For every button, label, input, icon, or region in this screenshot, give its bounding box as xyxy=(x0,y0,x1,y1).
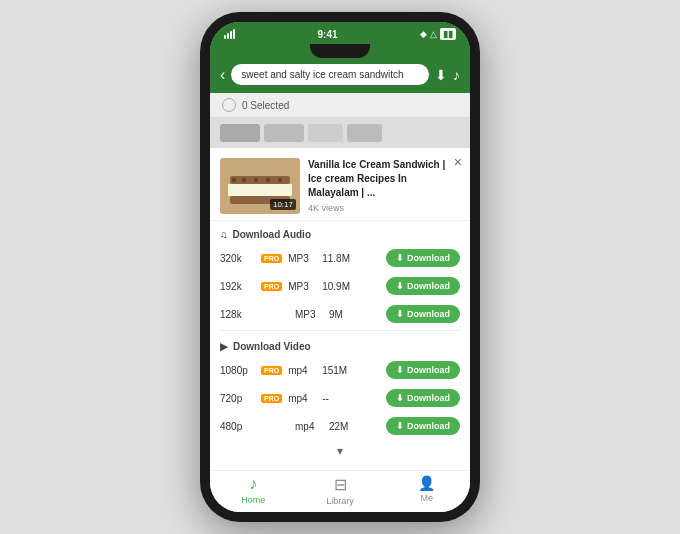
thumb-image: 10:17 xyxy=(220,158,300,214)
nav-me[interactable]: 👤 Me xyxy=(383,475,470,506)
video-row-1: 1080p PRO mp4 151M ⬇ Download xyxy=(210,356,470,384)
download-card: × xyxy=(210,148,470,470)
audio-size-1: 11.8M xyxy=(322,253,352,264)
nav-home[interactable]: ♪ Home xyxy=(210,475,297,506)
more-indicator: ▾ xyxy=(210,440,470,462)
video-pro-badge-2: PRO xyxy=(261,394,282,403)
notch xyxy=(310,44,370,58)
audio-row-3: 128k MP3 9M ⬇ Download xyxy=(210,300,470,328)
audio-download-btn-1[interactable]: ⬇ Download xyxy=(386,249,460,267)
audio-size-3: 9M xyxy=(329,309,359,320)
select-checkbox[interactable] xyxy=(222,98,236,112)
wifi-icon: △ xyxy=(430,29,437,39)
video-size-1: 151M xyxy=(322,365,352,376)
phone-screen: 9:41 ◆ △ ▮▮ ‹ sweet and salty ice cream … xyxy=(210,22,470,512)
nav-home-label: Home xyxy=(241,495,265,505)
video-views: 4K views xyxy=(308,203,460,213)
download-icon[interactable]: ⬇ xyxy=(435,67,447,83)
download-arrow-icon-2: ⬇ xyxy=(396,281,404,291)
thumb-item-2 xyxy=(264,124,304,142)
video-quality-1: 1080p xyxy=(220,365,255,376)
download-arrow-icon-v1: ⬇ xyxy=(396,365,404,375)
close-button[interactable]: × xyxy=(454,154,462,170)
svg-rect-4 xyxy=(232,178,236,182)
audio-download-btn-2[interactable]: ⬇ Download xyxy=(386,277,460,295)
thumbnail-strip xyxy=(210,118,470,148)
selected-count: 0 Selected xyxy=(242,100,289,111)
status-icons: ◆ △ ▮▮ xyxy=(420,28,456,40)
video-format-3: mp4 xyxy=(295,421,323,432)
status-bar: 9:41 ◆ △ ▮▮ xyxy=(210,22,470,44)
battery-icon: ▮▮ xyxy=(440,28,456,40)
status-time: 9:41 xyxy=(317,29,337,40)
pro-badge-2: PRO xyxy=(261,282,282,291)
video-duration: 10:17 xyxy=(270,199,296,210)
video-section-header: ▶ Download Video xyxy=(210,333,470,356)
audio-size-2: 10.9M xyxy=(322,281,352,292)
signal-icon xyxy=(224,29,235,39)
video-download-btn-2[interactable]: ⬇ Download xyxy=(386,389,460,407)
bottom-nav: ♪ Home ⊟ Library 👤 Me xyxy=(210,470,470,512)
audio-format-3: MP3 xyxy=(295,309,323,320)
audio-row-1: 320k PRO MP3 11.8M ⬇ Download xyxy=(210,244,470,272)
video-section-label: Download Video xyxy=(233,341,311,352)
video-title: Vanilla Ice Cream Sandwich | Ice cream R… xyxy=(308,158,460,200)
video-size-2: -- xyxy=(322,393,352,404)
selected-bar: 0 Selected xyxy=(210,93,470,118)
thumb-item-1 xyxy=(220,124,260,142)
video-quality-2: 720p xyxy=(220,393,255,404)
video-format-1: mp4 xyxy=(288,365,316,376)
top-bar: 9:41 ◆ △ ▮▮ ‹ sweet and salty ice cream … xyxy=(210,22,470,93)
phone-frame: 9:41 ◆ △ ▮▮ ‹ sweet and salty ice cream … xyxy=(200,12,480,522)
home-icon: ♪ xyxy=(249,475,257,493)
section-divider xyxy=(220,330,460,331)
video-section-icon: ▶ xyxy=(220,341,228,352)
thumb-item-4 xyxy=(347,124,382,142)
video-pro-badge-1: PRO xyxy=(261,366,282,375)
audio-download-btn-3[interactable]: ⬇ Download xyxy=(386,305,460,323)
svg-rect-6 xyxy=(254,178,258,182)
nav-library[interactable]: ⊟ Library xyxy=(297,475,384,506)
video-download-btn-1[interactable]: ⬇ Download xyxy=(386,361,460,379)
library-icon: ⊟ xyxy=(334,475,347,494)
audio-format-2: MP3 xyxy=(288,281,316,292)
music-note-icon[interactable]: ♪ xyxy=(453,67,460,83)
audio-format-1: MP3 xyxy=(288,253,316,264)
video-row-2: 720p PRO mp4 -- ⬇ Download xyxy=(210,384,470,412)
svg-rect-2 xyxy=(228,184,292,196)
search-bar: ‹ sweet and salty ice cream sandwitch ⬇ … xyxy=(210,58,470,93)
download-arrow-icon-3: ⬇ xyxy=(396,309,404,319)
pro-badge-1: PRO xyxy=(261,254,282,263)
notch-area xyxy=(210,44,470,58)
audio-quality-1: 320k xyxy=(220,253,255,264)
video-row-3: 480p mp4 22M ⬇ Download xyxy=(210,412,470,440)
music-section-icon: ♫ xyxy=(220,229,228,240)
back-button[interactable]: ‹ xyxy=(220,66,225,84)
video-info: 10:17 Vanilla Ice Cream Sandwich | Ice c… xyxy=(210,148,470,221)
bluetooth-icon: ◆ xyxy=(420,29,427,39)
nav-me-label: Me xyxy=(420,493,433,503)
audio-section-header: ♫ Download Audio xyxy=(210,221,470,244)
svg-rect-8 xyxy=(278,178,282,182)
video-thumbnail: 10:17 xyxy=(220,158,300,214)
audio-section-label: Download Audio xyxy=(233,229,312,240)
download-arrow-icon-v2: ⬇ xyxy=(396,393,404,403)
download-arrow-icon: ⬇ xyxy=(396,253,404,263)
video-format-2: mp4 xyxy=(288,393,316,404)
video-size-3: 22M xyxy=(329,421,359,432)
video-download-btn-3[interactable]: ⬇ Download xyxy=(386,417,460,435)
audio-quality-2: 192k xyxy=(220,281,255,292)
video-quality-3: 480p xyxy=(220,421,255,432)
svg-rect-5 xyxy=(242,178,246,182)
audio-row-2: 192k PRO MP3 10.9M ⬇ Download xyxy=(210,272,470,300)
thumb-item-3 xyxy=(308,124,343,142)
audio-quality-3: 128k xyxy=(220,309,255,320)
search-input[interactable]: sweet and salty ice cream sandwitch xyxy=(231,64,429,85)
person-icon: 👤 xyxy=(418,475,435,491)
nav-library-label: Library xyxy=(326,496,354,506)
video-details: Vanilla Ice Cream Sandwich | Ice cream R… xyxy=(308,158,460,214)
download-arrow-icon-v3: ⬇ xyxy=(396,421,404,431)
search-action-icons: ⬇ ♪ xyxy=(435,67,460,83)
svg-rect-7 xyxy=(266,178,270,182)
